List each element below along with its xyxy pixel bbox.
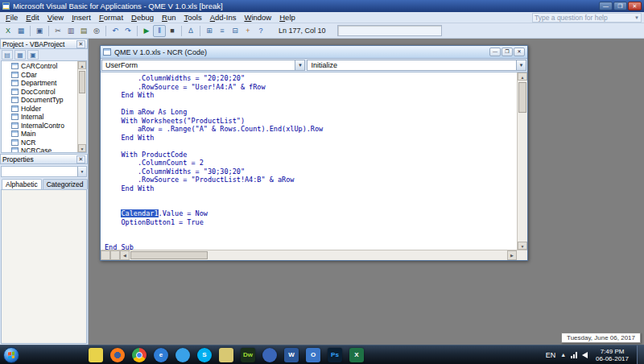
redo-icon[interactable]: ↷: [122, 25, 134, 37]
scroll-up-icon[interactable]: ▲: [78, 61, 86, 69]
tree-item-carcontrol[interactable]: CARControl: [4, 62, 77, 71]
project-panel-close-icon[interactable]: ✕: [76, 40, 85, 48]
scroll-thumb[interactable]: [518, 82, 526, 113]
menu-tools[interactable]: Tools: [180, 13, 206, 22]
scroll-right-icon[interactable]: ▶: [507, 250, 517, 260]
tree-item-internal[interactable]: Internal: [4, 113, 77, 122]
show-desktop-button[interactable]: [637, 345, 644, 364]
close-button[interactable]: ✕: [628, 2, 642, 10]
scroll-up-icon[interactable]: ▲: [518, 72, 527, 81]
show-hidden-icons-icon[interactable]: ▲: [560, 352, 566, 358]
menu-edit[interactable]: Edit: [22, 13, 43, 22]
object-browser-icon[interactable]: ⊟: [229, 25, 242, 37]
view-code-icon[interactable]: ▤: [2, 50, 13, 60]
scroll-down-icon[interactable]: ▼: [518, 242, 527, 250]
tree-item-ncr[interactable]: NCR: [4, 139, 77, 147]
procedure-dropdown[interactable]: Initialize ▼: [307, 60, 526, 71]
insert-userform-icon[interactable]: ▦: [14, 25, 27, 37]
tree-item-department[interactable]: Department: [4, 79, 77, 88]
menu-window[interactable]: Window: [240, 13, 275, 22]
code-minimize-button[interactable]: —: [489, 48, 501, 56]
code-window-titlebar[interactable]: QME V 1.0.xls - NCR (Code) — ❐ ✕: [101, 46, 527, 59]
scroll-thumb[interactable]: [79, 71, 85, 93]
tree-item-holder[interactable]: Holder: [4, 105, 77, 114]
code-line: [105, 142, 517, 151]
code-vertical-scrollbar[interactable]: ▲ ▼: [517, 72, 527, 250]
help-search-box[interactable]: Type a question for help ▼: [532, 13, 642, 23]
tab-categorized[interactable]: Categorized: [43, 179, 88, 189]
tree-item-cdar[interactable]: CDar: [4, 71, 77, 80]
project-tree-scrollbar[interactable]: ▲ ▼: [77, 61, 86, 152]
code-horizontal-scrollbar[interactable]: ◀ ▶: [120, 250, 517, 260]
toolbox-icon[interactable]: +: [242, 25, 254, 37]
break-icon[interactable]: ‖: [153, 25, 166, 37]
find-icon[interactable]: ◎: [90, 25, 103, 37]
minimize-button[interactable]: —: [599, 2, 613, 10]
window-buttons: — ❐ ✕: [599, 2, 642, 10]
tree-item-ncrcase[interactable]: NCRCase: [4, 147, 77, 153]
view-object-icon[interactable]: ▦: [14, 50, 26, 60]
help-icon[interactable]: ?: [254, 25, 267, 37]
restore-button[interactable]: ❐: [613, 2, 627, 10]
chevron-down-icon[interactable]: ▼: [77, 167, 86, 176]
menu-run[interactable]: Run: [158, 13, 180, 22]
split-handle[interactable]: [110, 250, 120, 260]
properties-panel-close-icon[interactable]: ✕: [76, 155, 85, 163]
menu-insert[interactable]: Insert: [68, 13, 95, 22]
run-icon[interactable]: ▶: [140, 25, 153, 37]
properties-object-dropdown[interactable]: ▼: [1, 166, 87, 177]
code-editor[interactable]: .ColumnWidths = "20;20;20" .RowSource = …: [101, 72, 517, 250]
internet-explorer-icon[interactable]: e: [154, 348, 168, 362]
menu-add-ins[interactable]: Add-Ins: [206, 13, 241, 22]
taskbar-clock[interactable]: 7:49 PM 06-06-2017: [596, 348, 629, 362]
volume-icon[interactable]: [582, 352, 588, 358]
split-handle[interactable]: [101, 250, 110, 260]
media-player-icon[interactable]: [262, 348, 277, 362]
copy-icon[interactable]: ▥: [64, 25, 77, 37]
properties-window-icon[interactable]: ≡: [216, 25, 229, 37]
tree-item-internalcontro[interactable]: InternalContro: [4, 122, 77, 130]
save-icon[interactable]: ▣: [33, 25, 46, 37]
explorer-icon[interactable]: [219, 348, 233, 362]
undo-icon[interactable]: ↶: [109, 25, 122, 37]
skype-icon[interactable]: S: [197, 348, 212, 362]
tree-item-main[interactable]: Main: [4, 130, 77, 139]
language-indicator[interactable]: EN: [546, 351, 556, 359]
menu-view[interactable]: View: [43, 13, 68, 22]
scroll-left-icon[interactable]: ◀: [120, 250, 130, 260]
object-dropdown[interactable]: UserForm ▼: [101, 60, 305, 71]
menu-help[interactable]: Help: [275, 13, 299, 22]
tree-item-documenttyp[interactable]: DocumentTyp: [4, 96, 77, 105]
tab-alphabetic[interactable]: Alphabetic: [2, 179, 42, 189]
firefox-icon[interactable]: [110, 348, 125, 362]
userform-icon: [11, 130, 19, 137]
messenger-icon[interactable]: [175, 348, 190, 362]
network-icon[interactable]: [571, 351, 577, 358]
design-mode-icon[interactable]: ∆: [184, 25, 197, 37]
toggle-folders-icon[interactable]: ▣: [27, 50, 39, 60]
chrome-icon[interactable]: [132, 348, 147, 362]
paste-icon[interactable]: ▤: [77, 25, 90, 37]
chevron-down-icon[interactable]: ▼: [516, 60, 526, 70]
code-maximize-button[interactable]: ❐: [502, 48, 513, 56]
scroll-thumb[interactable]: [130, 251, 208, 259]
properties-panel: Properties ✕ ▼ AlphabeticCategorized: [0, 154, 88, 345]
dreamweaver-icon[interactable]: Dw: [241, 348, 255, 362]
excel-icon[interactable]: X: [349, 348, 364, 362]
reset-icon[interactable]: ■: [166, 25, 179, 37]
view-excel-icon[interactable]: X: [2, 25, 14, 37]
outlook-icon[interactable]: O: [306, 348, 320, 362]
notes-app-icon[interactable]: [89, 348, 103, 362]
cut-icon[interactable]: ✂: [52, 25, 64, 37]
photoshop-icon[interactable]: Ps: [328, 348, 342, 362]
project-explorer-icon[interactable]: ⊞: [203, 25, 216, 37]
chevron-down-icon[interactable]: ▼: [295, 60, 304, 70]
tree-item-doccontrol[interactable]: DocControl: [4, 88, 77, 97]
menu-format[interactable]: Format: [95, 13, 127, 22]
code-close-button[interactable]: ✕: [514, 48, 525, 56]
start-button[interactable]: [3, 347, 19, 363]
menu-file[interactable]: File: [2, 13, 22, 22]
scroll-down-icon[interactable]: ▼: [78, 144, 86, 152]
menu-debug[interactable]: Debug: [127, 13, 158, 22]
word-icon[interactable]: W: [284, 348, 299, 362]
